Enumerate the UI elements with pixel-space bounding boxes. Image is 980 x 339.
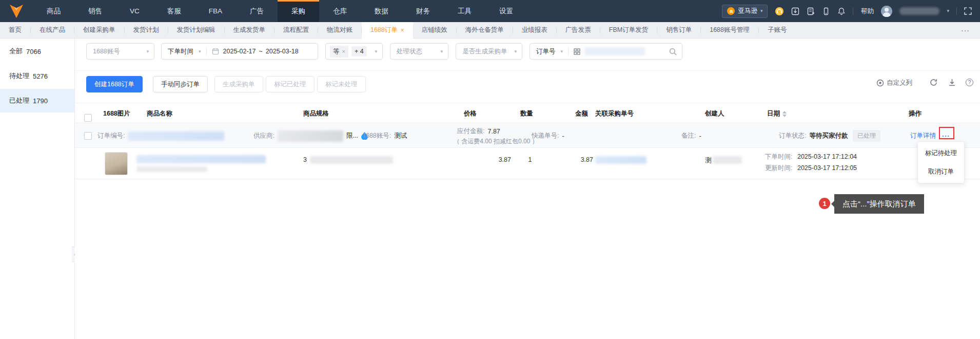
date-end[interactable]: 2025-03-18 bbox=[266, 48, 299, 55]
nav-item-products[interactable]: 商品 bbox=[33, 0, 74, 22]
mark-processed-button[interactable]: 标记已处理 bbox=[266, 76, 315, 92]
caret-down-icon: ▾ bbox=[440, 49, 443, 54]
date-separator: ~ bbox=[259, 48, 262, 55]
tab-online-products[interactable]: 在线产品 bbox=[31, 22, 74, 39]
tab-performance-report[interactable]: 业绩报表 bbox=[513, 22, 556, 39]
sidebar-item-count: 1790 bbox=[33, 97, 48, 105]
col-product-name: 商品名称 bbox=[147, 103, 172, 124]
sort-icon[interactable] bbox=[782, 111, 787, 117]
col-date: 日期 bbox=[767, 103, 787, 124]
status-value: 等待买家付款 bbox=[809, 131, 848, 140]
mobile-app-icon[interactable] bbox=[822, 7, 830, 15]
tab-logistics-recon[interactable]: 物流对账 bbox=[318, 22, 361, 39]
tab-store-performance[interactable]: 店铺绩效 bbox=[413, 22, 456, 39]
customize-columns-button[interactable]: 自定义列 bbox=[876, 79, 912, 87]
marketplace-selector[interactable]: a 亚马逊 ▾ bbox=[722, 5, 768, 18]
nav-item-finance[interactable]: 财务 bbox=[402, 0, 444, 22]
nav-item-service[interactable]: 客服 bbox=[153, 0, 195, 22]
sidebar-item-pending[interactable]: 待处理 5276 bbox=[0, 64, 74, 88]
feedback-icon[interactable] bbox=[807, 7, 815, 15]
logo-icon[interactable] bbox=[0, 0, 33, 22]
nav-item-purchase[interactable]: 采购 bbox=[278, 0, 319, 22]
supplier-field: 供应商: 限... bbox=[253, 124, 368, 148]
question-mark: ? bbox=[966, 79, 973, 86]
po-generated-select[interactable]: 是否生成采购单 ▾ bbox=[456, 43, 522, 60]
process-status-select[interactable]: 处理状态 ▾ bbox=[390, 43, 448, 60]
close-icon[interactable]: × bbox=[401, 27, 404, 34]
creator-cell: 测 bbox=[705, 156, 712, 165]
date-start[interactable]: 2025-02-17 bbox=[223, 48, 256, 55]
batch-input-icon[interactable] bbox=[574, 48, 580, 55]
tab-flow-config[interactable]: 流程配置 bbox=[275, 22, 318, 39]
caret-down-icon[interactable]: ▾ bbox=[947, 9, 949, 13]
sidebar-item-processed[interactable]: 已处理 1790 bbox=[0, 89, 74, 112]
tab-sales-orders[interactable]: 销售订单 bbox=[657, 22, 700, 39]
tab-ship-plan[interactable]: 发货计划 bbox=[125, 22, 168, 39]
support-icon[interactable] bbox=[775, 7, 784, 16]
tab-create-po[interactable]: 创建采购单 bbox=[74, 22, 124, 39]
redacted-search-value[interactable] bbox=[584, 47, 645, 55]
sidebar-item-all[interactable]: 全部 7066 bbox=[0, 40, 74, 63]
mark-unprocessed-button[interactable]: 标记未处理 bbox=[317, 76, 366, 92]
divider bbox=[568, 47, 569, 56]
annotation-step-badge: 1 bbox=[819, 198, 830, 209]
remark-field: 备注: - bbox=[681, 124, 701, 148]
nav-item-tools[interactable]: 工具 bbox=[444, 0, 485, 22]
tab-overflow-button[interactable]: ··· bbox=[951, 26, 980, 34]
tracking-value: - bbox=[562, 133, 564, 140]
date-range-filter[interactable]: 下单时间 ▾ 2025-02-17 ~ 2025-03-18 bbox=[161, 43, 318, 60]
nav-item-sales[interactable]: 销售 bbox=[74, 0, 116, 22]
filter-tag: 等 × bbox=[330, 46, 348, 58]
account-select[interactable]: 1688账号 ▾ bbox=[86, 43, 154, 60]
nav-item-ads[interactable]: 广告 bbox=[236, 0, 278, 22]
creator-prefix: 测 bbox=[705, 157, 712, 164]
row-checkbox[interactable] bbox=[84, 124, 92, 148]
sidebar-item-label: 待处理 bbox=[9, 71, 29, 81]
tab-ad-invoice[interactable]: 广告发票 bbox=[557, 22, 600, 39]
bell-icon[interactable] bbox=[837, 7, 846, 15]
update-time-label: 更新时间: bbox=[765, 164, 792, 172]
avatar[interactable] bbox=[881, 6, 892, 17]
nav-item-data[interactable]: 数据 bbox=[361, 0, 402, 22]
tab-ship-plan-edit[interactable]: 发货计划编辑 bbox=[168, 22, 224, 39]
tab-fbm-shipping[interactable]: FBM订单发货 bbox=[600, 22, 657, 39]
create-1688-order-button[interactable]: 创建1688订单 bbox=[86, 76, 143, 92]
tab-overseas-stock[interactable]: 海外仓备货单 bbox=[457, 22, 513, 39]
nav-item-warehouse[interactable]: 仓库 bbox=[319, 0, 361, 22]
tag-remove-icon[interactable]: × bbox=[342, 48, 345, 54]
tab-1688-accounts[interactable]: 1688账号管理 bbox=[701, 22, 758, 39]
fullscreen-icon[interactable] bbox=[964, 7, 972, 15]
help-icon[interactable]: ? bbox=[966, 79, 973, 86]
redacted-supplier bbox=[278, 130, 343, 142]
tab-label: 1688订单 bbox=[370, 26, 398, 34]
payable-detail-text: （ 含运费4.00 扣减红包0.00 ） bbox=[454, 137, 538, 146]
tags-multiselect[interactable]: 等 × + 4 ▾ bbox=[325, 43, 383, 60]
col-creator: 创建人 bbox=[705, 103, 724, 124]
nav-item-vc[interactable]: VC bbox=[116, 0, 153, 22]
search-icon[interactable] bbox=[669, 48, 677, 55]
tag-more-label: + 4 bbox=[355, 48, 364, 55]
help-button[interactable]: 帮助 bbox=[860, 7, 874, 16]
tab-1688-orders[interactable]: 1688订单 × bbox=[362, 22, 413, 39]
generate-po-button[interactable]: 生成采购单 bbox=[214, 76, 263, 92]
export-button[interactable] bbox=[948, 79, 956, 86]
tab-sub-accounts[interactable]: 子账号 bbox=[759, 22, 796, 39]
tab-home[interactable]: 首页 bbox=[0, 22, 30, 39]
menu-item-cancel-order[interactable]: 取消订单 bbox=[918, 162, 964, 181]
order-field-select[interactable]: 订单号 bbox=[530, 47, 556, 56]
select-placeholder: 1688账号 bbox=[87, 47, 120, 56]
refresh-button[interactable] bbox=[930, 79, 937, 86]
order-search-control[interactable]: 订单号 ▾ bbox=[530, 43, 682, 60]
tab-gen-shipment[interactable]: 生成发货单 bbox=[225, 22, 275, 39]
calendar-icon bbox=[212, 48, 219, 55]
menu-item-mark-pending[interactable]: 标记待处理 bbox=[918, 144, 964, 162]
col-spec: 商品规格 bbox=[303, 103, 329, 124]
order-number-field: 订单编号: bbox=[97, 124, 224, 148]
nav-item-settings[interactable]: 设置 bbox=[485, 0, 527, 22]
download-center-icon[interactable] bbox=[791, 7, 799, 15]
manual-sync-button[interactable]: 手动同步订单 bbox=[153, 76, 208, 92]
nav-item-fba[interactable]: FBA bbox=[195, 0, 236, 22]
time-field-select[interactable]: 下单时间 bbox=[162, 47, 193, 56]
status-sidebar: 全部 7066 待处理 5276 已处理 1790 bbox=[0, 39, 75, 339]
spec-prefix: 3 bbox=[303, 156, 307, 163]
